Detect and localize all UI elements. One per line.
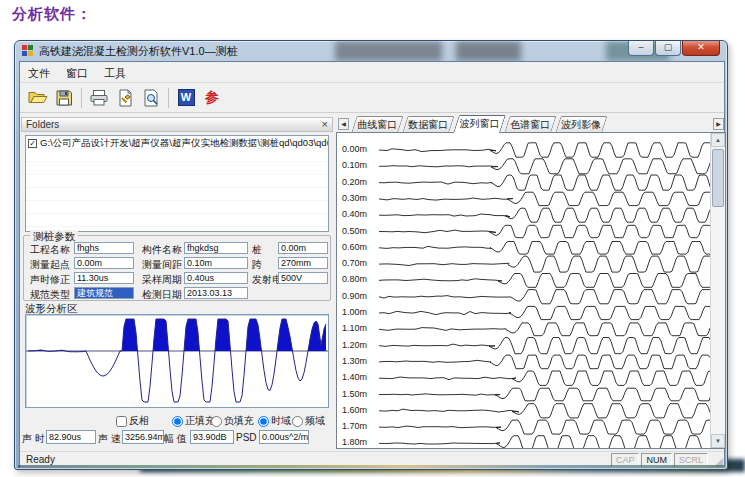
control-label: 反相 bbox=[129, 414, 149, 428]
scrollbar-thumb[interactable] bbox=[712, 149, 724, 207]
print-setup-button[interactable] bbox=[112, 86, 138, 110]
tab-scroll-left-icon[interactable]: ◀ bbox=[338, 118, 349, 130]
analysis-waveform bbox=[26, 315, 328, 407]
params-button[interactable]: 参 bbox=[199, 86, 225, 110]
tab-wave-train-window[interactable]: 波列窗口 bbox=[453, 115, 506, 133]
wave-trace bbox=[379, 143, 710, 157]
param-field[interactable]: 0.10m bbox=[184, 257, 248, 269]
folders-list[interactable]: ✓ G:\公司产品设计开发\超声仪器\超声仪实地检测数据\测桩qd\qd03\q… bbox=[25, 135, 329, 232]
menu-bar: 文件窗口工具 bbox=[20, 62, 724, 83]
control-label: 频域 bbox=[305, 414, 325, 428]
param-label: 工程名称 bbox=[30, 243, 70, 257]
wave-trace bbox=[379, 436, 710, 449]
wave-trace bbox=[379, 159, 711, 174]
wave-trace bbox=[379, 290, 710, 304]
tab-scroll-right-icon[interactable]: ▶ bbox=[713, 118, 724, 130]
checkbox-checked-icon[interactable]: ✓ bbox=[28, 139, 37, 148]
maximize-button[interactable]: ▢ bbox=[655, 41, 681, 56]
wave-trace bbox=[379, 388, 711, 401]
freq-domain-radio[interactable]: 频域 bbox=[292, 414, 325, 428]
scroll-down-icon[interactable]: ▼ bbox=[711, 434, 725, 448]
wave-trace bbox=[379, 306, 711, 319]
invert-checkbox[interactable] bbox=[116, 416, 127, 427]
param-field[interactable]: 500V bbox=[278, 272, 328, 284]
depth-label: 1.60m bbox=[342, 405, 374, 415]
tab-label: 曲线窗口 bbox=[355, 117, 400, 132]
wave-trace bbox=[379, 225, 711, 237]
param-char-icon: 参 bbox=[205, 89, 219, 107]
open-button[interactable] bbox=[25, 86, 51, 110]
positive-fill-radio[interactable] bbox=[172, 416, 183, 427]
param-field[interactable]: 270mm bbox=[278, 257, 328, 269]
depth-label: 0.10m bbox=[342, 160, 374, 170]
sound-time-field[interactable]: 82.90us bbox=[46, 430, 96, 444]
param-field[interactable]: 0.40us bbox=[184, 272, 248, 284]
waveform-analysis-plot[interactable] bbox=[25, 314, 329, 408]
word-icon: W bbox=[178, 89, 195, 106]
freq-domain-radio[interactable] bbox=[292, 416, 303, 427]
wave-trace bbox=[379, 371, 710, 385]
client-area: 文件窗口工具 bbox=[19, 61, 725, 467]
depth-label: 0.70m bbox=[342, 258, 374, 268]
wave-trace bbox=[379, 256, 710, 272]
folder-path: G:\公司产品设计开发\超声仪器\超声仪实地检测数据\测桩qd\qd03\qd0… bbox=[40, 137, 328, 150]
frame-bottom-glass bbox=[18, 465, 724, 468]
positive-fill-radio[interactable]: 正填充 bbox=[172, 414, 215, 428]
wave-trace bbox=[379, 420, 710, 434]
time-domain-radio[interactable] bbox=[258, 416, 269, 427]
tab-wave-train-image[interactable]: 波列影像 bbox=[555, 116, 607, 132]
sound-velocity-field[interactable]: 3256.94m/s bbox=[122, 430, 164, 444]
param-field[interactable]: 2013.03.13 bbox=[184, 287, 248, 299]
param-field[interactable]: fhgkdsg bbox=[184, 242, 248, 254]
tab-spectrum-window[interactable]: 色谱窗口 bbox=[504, 116, 556, 132]
negative-fill-radio[interactable]: 负填充 bbox=[211, 414, 254, 428]
invert-checkbox[interactable]: 反相 bbox=[116, 414, 149, 428]
tab-data-window[interactable]: 数据窗口 bbox=[402, 116, 454, 132]
print-preview-button[interactable] bbox=[138, 86, 164, 110]
folders-panel-header[interactable]: Folders × bbox=[21, 117, 333, 132]
title-bar[interactable]: 高铁建浇混凝土检测分析软件V1.0—测桩 – ▢ ✕ bbox=[15, 41, 727, 61]
param-field[interactable]: 11.30us bbox=[74, 272, 134, 284]
tab-label: 波列窗口 bbox=[457, 116, 502, 131]
save-button[interactable] bbox=[51, 86, 77, 110]
word-export-button[interactable]: W bbox=[173, 86, 199, 110]
negative-fill-radio[interactable] bbox=[211, 416, 222, 427]
depth-label: 1.30m bbox=[342, 356, 374, 366]
print-button[interactable] bbox=[86, 86, 112, 110]
wave-train-panel[interactable]: ▲ ▼ 0.00m0.10m0.20m0.30m0.40m0.50m0.60m0… bbox=[336, 132, 726, 449]
scroll-up-icon[interactable]: ▲ bbox=[711, 133, 725, 147]
depth-label: 0.20m bbox=[342, 177, 374, 187]
depth-label: 0.00m bbox=[342, 144, 374, 154]
app-icon bbox=[22, 45, 34, 57]
depth-label: 1.50m bbox=[342, 389, 374, 399]
tab-label: 数据窗口 bbox=[406, 117, 451, 132]
wave-trace bbox=[379, 192, 711, 205]
close-button[interactable]: ✕ bbox=[682, 41, 720, 56]
time-domain-radio[interactable]: 时域 bbox=[258, 414, 291, 428]
menu-file[interactable]: 文件 bbox=[20, 62, 58, 83]
minimize-button[interactable]: – bbox=[628, 41, 654, 56]
menu-window[interactable]: 窗口 bbox=[58, 62, 96, 83]
param-field[interactable]: 0.00m bbox=[74, 257, 134, 269]
param-field[interactable]: fhghs bbox=[74, 242, 134, 254]
vertical-scrollbar[interactable]: ▲ ▼ bbox=[710, 133, 725, 448]
tab-curve-window[interactable]: 曲线窗口 bbox=[351, 116, 403, 132]
param-field[interactable]: 建筑规范 bbox=[74, 287, 134, 299]
control-label: 负填充 bbox=[224, 414, 254, 428]
status-ready-text: Ready bbox=[26, 454, 55, 465]
param-field[interactable]: 0.00m bbox=[278, 242, 328, 254]
folder-item[interactable]: ✓ G:\公司产品设计开发\超声仪器\超声仪实地检测数据\测桩qd\qd03\q… bbox=[26, 136, 328, 151]
amplitude-field[interactable]: 93.90dB bbox=[190, 430, 234, 444]
wave-trace bbox=[379, 175, 711, 190]
psd-field[interactable]: 0.00us^2/m bbox=[259, 430, 309, 444]
psd-label: PSD bbox=[236, 432, 257, 443]
wave-traces bbox=[377, 133, 711, 449]
menu-tools[interactable]: 工具 bbox=[96, 62, 134, 83]
analysis-positive-fill bbox=[28, 319, 326, 402]
open-folder-icon bbox=[28, 89, 48, 106]
depth-label: 0.50m bbox=[342, 226, 374, 236]
app-window: 高铁建浇混凝土检测分析软件V1.0—测桩 – ▢ ✕ 文件窗口工具 bbox=[14, 40, 728, 470]
close-icon[interactable]: × bbox=[322, 118, 328, 131]
tab-label: 波列影像 bbox=[559, 117, 604, 132]
tab-label: 色谱窗口 bbox=[508, 117, 553, 132]
